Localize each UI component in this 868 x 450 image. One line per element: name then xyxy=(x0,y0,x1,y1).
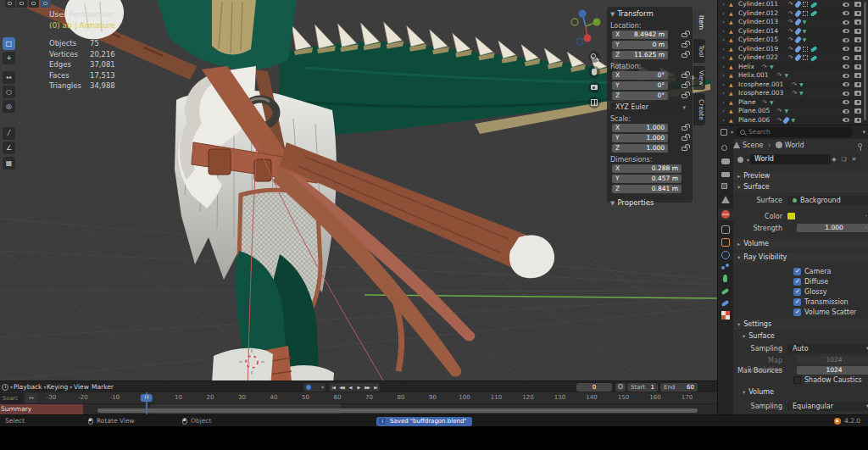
editor-type-selector[interactable]: ▾ xyxy=(721,128,732,136)
camera-icon[interactable] xyxy=(854,19,861,25)
eye-icon[interactable] xyxy=(843,56,849,60)
chevron-down-icon[interactable]: ▾ xyxy=(10,381,13,392)
frame-start-field[interactable]: Start1 xyxy=(627,383,658,392)
header-icon-select-mode[interactable] xyxy=(29,0,39,8)
properties-search-input[interactable]: Search xyxy=(736,127,853,137)
play-reverse-button[interactable]: ◀ xyxy=(346,383,354,392)
volume-panel-header[interactable]: ▸Volume xyxy=(733,239,868,249)
outliner-row[interactable]: ›▲Cylinder.015↷▼ xyxy=(718,36,868,45)
menu-view[interactable]: View xyxy=(74,381,89,392)
channel-filter-button[interactable]: ↔ xyxy=(25,393,37,403)
tool-transform[interactable]: ◎ xyxy=(3,100,15,113)
transform-field-y[interactable]: Y1.000 xyxy=(612,134,668,142)
volume-sampling-select[interactable]: Equiangular▾ xyxy=(787,402,868,411)
timeline-editor[interactable]: ▾ Playback▾Keying▾ViewMarker ▾ |◀◀◀◀▶▶▶▶… xyxy=(0,381,717,414)
surface-shader-select[interactable]: Background xyxy=(787,196,868,205)
new-datablock-button[interactable]: ❏ xyxy=(839,154,849,164)
eye-icon[interactable] xyxy=(843,20,849,25)
rotation-mode-select[interactable]: XYZ Euler▾ xyxy=(610,103,689,113)
eye-icon[interactable] xyxy=(843,38,849,42)
lock-icon[interactable] xyxy=(682,84,687,88)
gizmo-y-axis[interactable] xyxy=(593,19,601,26)
surface-panel-header[interactable]: ▾Surface xyxy=(733,182,868,192)
jump-start-button[interactable]: |◀ xyxy=(329,383,337,392)
expand-icon[interactable]: › xyxy=(722,53,725,63)
properties-tab-world[interactable] xyxy=(718,208,733,220)
navigation-gizmo[interactable] xyxy=(570,6,604,48)
expand-icon[interactable]: › xyxy=(722,45,725,54)
properties-tab-physics[interactable] xyxy=(718,249,733,261)
eye-icon[interactable] xyxy=(843,118,849,122)
outliner-row[interactable]: ›▲Helix↷▼ xyxy=(718,63,868,72)
eye-icon[interactable] xyxy=(843,29,849,33)
use-preview-range-button[interactable] xyxy=(615,383,626,392)
eye-icon[interactable] xyxy=(843,82,849,86)
properties-tab-output[interactable] xyxy=(718,169,733,181)
properties-tab-scene[interactable] xyxy=(718,194,733,206)
outliner-row[interactable]: ›▲Cylinder.012↷ xyxy=(718,9,868,19)
camera-icon[interactable] xyxy=(854,108,861,114)
color-swatch[interactable] xyxy=(787,213,795,219)
properties-tab-collection[interactable] xyxy=(718,224,733,236)
transform-field-x[interactable]: X0° xyxy=(612,71,668,80)
browse-world-button[interactable]: ▾ xyxy=(735,154,750,164)
summary-channel[interactable]: Summary xyxy=(0,404,83,414)
expand-icon[interactable]: › xyxy=(722,81,725,90)
world-name-field[interactable]: World xyxy=(750,154,828,164)
properties-tab-bone[interactable] xyxy=(718,286,733,297)
outliner-row[interactable]: ›▲Cylinder.019↷ xyxy=(718,45,868,54)
3d-viewport[interactable]: □+↔○◎⁄∠▦ User Perspective (0) ab | Armat… xyxy=(0,0,717,381)
expand-icon[interactable]: › xyxy=(722,9,725,19)
properties-tab-particles[interactable] xyxy=(718,262,733,274)
tool-measure[interactable]: ∠ xyxy=(3,142,15,154)
outliner-row[interactable]: ›▲Icosphere.003↷▼ xyxy=(718,89,868,98)
lock-icon[interactable] xyxy=(682,33,687,37)
camera-icon[interactable] xyxy=(854,91,861,96)
tool-move[interactable]: ↔ xyxy=(3,71,15,84)
transform-field-x[interactable]: X8.4942 m xyxy=(612,31,668,39)
checkbox-diffuse[interactable]: ✓ xyxy=(793,278,801,286)
properties-tab-view-layer[interactable] xyxy=(718,181,733,193)
properties-panel-header[interactable]: ▼Properties xyxy=(610,197,689,208)
preview-panel-header[interactable]: ▸Preview xyxy=(733,171,868,181)
properties-tab-object-data[interactable] xyxy=(718,273,733,285)
outliner-row[interactable]: ›▲Helix.001↷▼ xyxy=(718,71,868,81)
eye-icon[interactable] xyxy=(843,109,849,114)
breadcrumb-world[interactable]: World xyxy=(785,142,804,149)
camera-icon[interactable] xyxy=(854,118,861,123)
eye-icon[interactable] xyxy=(843,11,849,15)
eye-icon[interactable] xyxy=(843,92,849,96)
checkbox-glossy[interactable]: ✓ xyxy=(793,288,801,296)
expand-icon[interactable]: › xyxy=(722,0,725,9)
expand-icon[interactable]: › xyxy=(722,89,725,98)
expand-icon[interactable]: › xyxy=(722,63,725,72)
expand-icon[interactable]: › xyxy=(722,107,725,116)
transform-field-z[interactable]: Z1.000 xyxy=(612,144,668,153)
unlink-button[interactable]: ✕ xyxy=(849,154,859,164)
timeline-ruler[interactable]: -30-20-100102030405060708090100110120130… xyxy=(0,392,717,404)
chevron-down-icon[interactable]: ▾ xyxy=(862,129,865,136)
strength-slider[interactable]: 1.000 xyxy=(797,224,868,232)
camera-icon[interactable] xyxy=(854,64,861,69)
expand-icon[interactable]: › xyxy=(722,18,725,27)
eye-icon[interactable] xyxy=(843,64,849,69)
transform-field-y[interactable]: Y0 m xyxy=(612,41,668,49)
outliner-row[interactable]: ›▲Icosphere.001↷▼ xyxy=(718,81,868,90)
camera-icon[interactable] xyxy=(854,11,861,16)
shadow-caustics-checkbox[interactable] xyxy=(793,376,801,384)
eye-icon[interactable] xyxy=(843,47,849,51)
current-frame-field[interactable]: 0 xyxy=(576,383,612,392)
camera-icon[interactable] xyxy=(854,55,861,60)
gizmo-y-neg[interactable] xyxy=(571,19,578,25)
lock-icon[interactable] xyxy=(682,74,687,78)
zoom-icon[interactable] xyxy=(588,51,600,63)
expand-icon[interactable]: › xyxy=(722,116,725,125)
tool-annotate[interactable]: ⁄ xyxy=(3,127,15,140)
transform-field-x[interactable]: X1.000 xyxy=(612,124,668,132)
header-icon-editor-type[interactable] xyxy=(5,0,15,8)
checkbox-transmission[interactable]: ✓ xyxy=(793,298,801,306)
camera-icon[interactable] xyxy=(854,47,861,52)
transform-field-z[interactable]: Z0° xyxy=(612,92,668,100)
lock-icon[interactable] xyxy=(682,136,687,141)
animate-dot-icon[interactable]: · xyxy=(865,212,867,221)
